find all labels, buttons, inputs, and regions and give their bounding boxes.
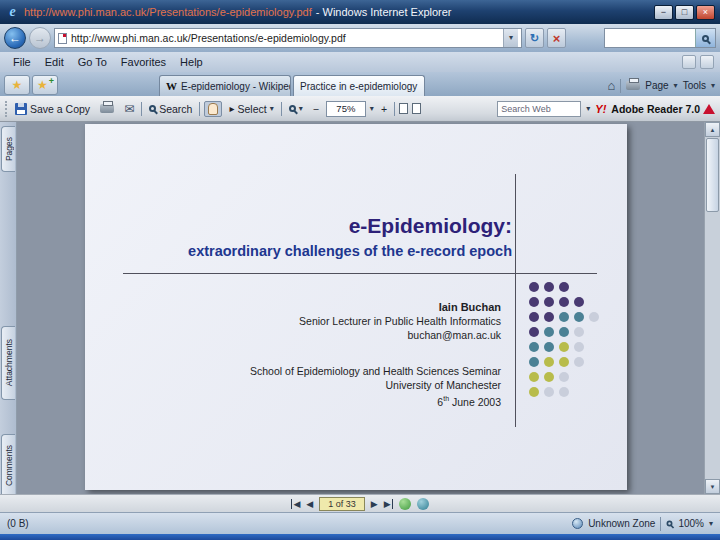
page-indicator[interactable]: 1 of 33 xyxy=(319,497,365,511)
status-left-text: (0 B) xyxy=(7,518,29,529)
stop-button[interactable]: × xyxy=(547,28,566,48)
first-page-button[interactable]: ◀ xyxy=(291,499,300,509)
search-input[interactable] xyxy=(605,29,695,47)
select-arrow-icon: ▸ xyxy=(229,103,234,114)
reader-main-area: Pages Attachments Comments e-Epidemiolog… xyxy=(0,122,720,494)
toolbar-icon[interactable] xyxy=(700,55,714,69)
slide-dot xyxy=(574,342,584,352)
select-tool-button[interactable]: ▸ Select ▾ xyxy=(226,102,276,116)
menu-help[interactable]: Help xyxy=(173,54,210,70)
plus-icon: + xyxy=(49,76,54,86)
toolbar-icon[interactable] xyxy=(682,55,696,69)
menu-edit[interactable]: Edit xyxy=(38,54,71,70)
slide-dot xyxy=(559,327,569,337)
yahoo-logo[interactable]: Y! xyxy=(595,103,606,115)
browser-zoom-level[interactable]: 100% xyxy=(678,518,704,529)
slide-dot xyxy=(529,327,539,337)
address-dropdown-button[interactable]: ▾ xyxy=(503,29,518,47)
pdf-viewer[interactable]: e-Epidemiology: extraordinary challenges… xyxy=(17,122,704,494)
toolbar-grip xyxy=(5,101,8,117)
save-a-copy-button[interactable]: Save a Copy xyxy=(12,102,93,116)
window-title-app: - Windows Internet Explorer xyxy=(316,6,452,18)
status-bar: (0 B) Unknown Zone 100% ▾ xyxy=(0,512,720,534)
comments-tab[interactable]: Comments xyxy=(1,434,15,498)
slide-dot xyxy=(544,312,554,322)
tab-wikipedia[interactable]: W E-epidemiology - Wikiped... xyxy=(159,75,291,96)
slide-dot xyxy=(544,327,554,337)
tab-practice-epidemiology[interactable]: Practice in e-epidemiology xyxy=(293,75,425,96)
print-button[interactable] xyxy=(97,103,117,114)
search-go-button[interactable] xyxy=(695,29,715,47)
email-button[interactable]: ✉ xyxy=(121,101,137,117)
save-a-copy-label: Save a Copy xyxy=(30,103,90,115)
last-page-button[interactable]: ▶ xyxy=(384,499,393,509)
author-email: buchan@man.ac.uk xyxy=(299,328,501,342)
ie-logo-icon: e xyxy=(5,4,20,20)
adobe-logo-icon xyxy=(703,104,715,114)
tools-menu-button[interactable]: Tools xyxy=(683,80,706,91)
menu-favorites[interactable]: Favorites xyxy=(114,54,173,70)
back-button[interactable]: ← xyxy=(4,27,26,49)
status-right: Unknown Zone 100% ▾ xyxy=(572,517,713,531)
address-url-text[interactable]: http://www.phi.man.ac.uk/Presentations/e… xyxy=(71,32,503,44)
minimize-button[interactable]: − xyxy=(654,5,673,20)
fit-page-icon[interactable] xyxy=(412,103,421,114)
search-label: Search xyxy=(159,103,192,115)
slide-subtitle: extraordinary challenges of the e-record… xyxy=(188,243,512,259)
address-bar-row: ← → http://www.phi.man.ac.uk/Presentatio… xyxy=(0,24,720,52)
slide-title: e-Epidemiology: xyxy=(349,214,512,238)
add-favorite-button[interactable]: ★+ xyxy=(32,75,58,95)
ie-window: e http://www.phi.man.ac.uk/Presentations… xyxy=(0,0,720,540)
star-icon: ★ xyxy=(12,78,23,92)
zoom-dropdown-icon[interactable]: ▾ xyxy=(370,104,374,113)
scroll-down-button[interactable]: ▼ xyxy=(705,479,720,494)
chevron-down-icon: ▾ xyxy=(586,104,590,113)
forward-button[interactable]: → xyxy=(29,27,51,49)
pages-tab[interactable]: Pages xyxy=(1,126,15,172)
address-bar[interactable]: http://www.phi.man.ac.uk/Presentations/e… xyxy=(54,28,522,48)
slide-dot xyxy=(559,387,569,397)
vertical-scrollbar[interactable]: ▲ ▼ xyxy=(704,122,720,494)
wikipedia-favicon: W xyxy=(166,80,177,92)
hand-tool-icon xyxy=(208,103,218,115)
zoom-dropdown-icon[interactable]: ▾ xyxy=(709,519,713,528)
close-button[interactable]: × xyxy=(696,5,715,20)
title-bar: e http://www.phi.man.ac.uk/Presentations… xyxy=(0,0,720,24)
next-page-button[interactable]: ▶ xyxy=(371,499,378,509)
event-line-1: School of Epidemiology and Health Scienc… xyxy=(250,364,501,378)
zoom-out-button[interactable]: − xyxy=(310,102,322,116)
window-controls: − □ × xyxy=(654,5,715,20)
menu-file[interactable]: File xyxy=(6,54,38,70)
page-menu-button[interactable]: Page xyxy=(645,80,668,91)
print-icon xyxy=(100,104,114,113)
previous-page-button[interactable]: ◀ xyxy=(306,499,313,509)
menu-goto[interactable]: Go To xyxy=(71,54,114,70)
reader-toolbar-right: Search Web ▾ Y! Adobe Reader 7.0 xyxy=(497,101,715,117)
pdf-page[interactable]: e-Epidemiology: extraordinary challenges… xyxy=(85,124,627,490)
zoom-tool-button[interactable]: ▾ xyxy=(286,103,306,114)
slideshow-button[interactable] xyxy=(417,498,429,510)
hand-tool-button[interactable] xyxy=(204,101,222,117)
scroll-up-button[interactable]: ▲ xyxy=(705,122,720,137)
navigation-pane-strip: Pages Attachments Comments xyxy=(0,122,17,494)
separator xyxy=(620,79,621,93)
maximize-button[interactable]: □ xyxy=(675,5,694,20)
zoom-level-field[interactable]: 75% xyxy=(326,101,366,117)
home-icon[interactable]: ⌂ xyxy=(607,78,615,93)
view-mode-button[interactable] xyxy=(399,498,411,510)
print-icon[interactable] xyxy=(626,81,640,90)
slide-dot xyxy=(529,372,539,382)
chevron-down-icon: ▾ xyxy=(270,104,274,113)
slide-dot xyxy=(529,312,539,322)
author-block: Iain Buchan Senior Lecturer in Public He… xyxy=(299,300,501,342)
search-web-field[interactable]: Search Web xyxy=(497,101,581,117)
search-pdf-button[interactable]: Search xyxy=(146,102,195,116)
live-search-box[interactable] xyxy=(604,28,716,48)
scrollbar-thumb[interactable] xyxy=(706,138,719,212)
favorites-center-button[interactable]: ★ xyxy=(4,75,30,95)
security-zone-icon xyxy=(572,518,583,529)
fit-width-icon[interactable] xyxy=(399,103,408,114)
zoom-in-button[interactable]: + xyxy=(378,102,390,116)
attachments-tab[interactable]: Attachments xyxy=(1,326,15,400)
refresh-button[interactable]: ↻ xyxy=(525,28,544,48)
